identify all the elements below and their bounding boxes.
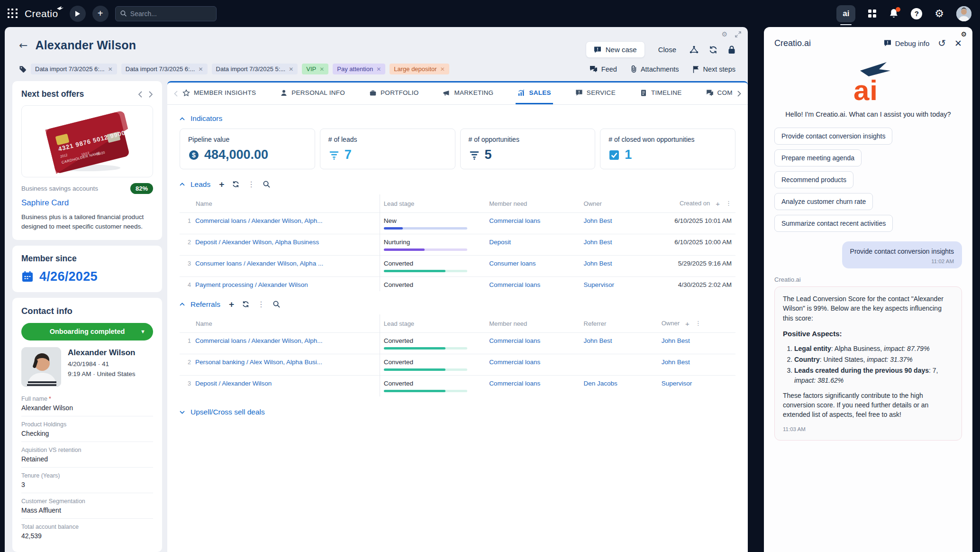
col-referrer[interactable]: Referrer — [580, 314, 658, 333]
referral-name-link[interactable]: Commercial loans / Alexander Wilson, Alp… — [195, 337, 323, 344]
tag-pill[interactable]: Large depositor✕ — [390, 64, 449, 74]
leads-search-icon[interactable] — [263, 181, 270, 188]
tag-pill[interactable]: Data import 7/3/2025 6:...✕ — [121, 64, 208, 74]
indicators-title[interactable]: Indicators — [191, 114, 222, 123]
tag-remove-icon[interactable]: ✕ — [319, 66, 324, 73]
col-owner[interactable]: Owner — [580, 194, 652, 213]
back-button[interactable]: ← — [19, 39, 27, 51]
notifications-bell-icon[interactable] — [889, 9, 898, 18]
refresh-icon[interactable] — [709, 46, 717, 54]
lead-name-link[interactable]: Commercial loans / Alexander Wilson, Alp… — [195, 217, 323, 224]
member-need-link[interactable]: Consumer loans — [489, 260, 535, 267]
offers-next-icon[interactable] — [149, 91, 153, 98]
owner-link[interactable]: John Best — [584, 260, 612, 267]
tag-remove-icon[interactable]: ✕ — [198, 66, 203, 73]
expand-icon[interactable] — [735, 31, 741, 37]
owner-link[interactable]: John Best — [584, 239, 612, 246]
offer-product-link[interactable]: Saphire Card — [21, 198, 69, 208]
run-process-button[interactable] — [70, 6, 86, 22]
search-input[interactable] — [130, 10, 211, 18]
referral-row[interactable]: 1Commercial loans / Alexander Wilson, Al… — [180, 333, 735, 354]
col-name[interactable]: Name — [180, 314, 380, 333]
copilot-suggestion-button[interactable]: Recommend products — [774, 171, 853, 188]
leads-collapse-icon[interactable] — [180, 183, 185, 186]
copilot-suggestion-button[interactable]: Provide contact conversion insights — [774, 128, 892, 145]
tag-pill[interactable]: Data import 7/3/2025 5:...✕ — [212, 64, 298, 74]
tag-pill[interactable]: VIP✕ — [302, 64, 328, 74]
creatio-logo[interactable]: Creatio — [25, 8, 63, 19]
referral-name-link[interactable]: Personal banking / Alex Wilson, Alpha Bu… — [195, 359, 322, 366]
global-search[interactable] — [115, 6, 217, 21]
referrals-collapse-icon[interactable] — [180, 303, 185, 306]
contact-field[interactable]: Tenure (Years)3 — [21, 468, 153, 493]
tab-portfolio[interactable]: PORTFOLIO — [367, 83, 420, 104]
col-member-need[interactable]: Member need — [485, 194, 580, 213]
referrals-title[interactable]: Referrals — [191, 300, 220, 309]
debug-info-button[interactable]: Debug info — [884, 39, 930, 47]
copilot-suggestion-button[interactable]: Summarize contact recent activities — [774, 215, 893, 232]
member-need-link[interactable]: Deposit — [489, 239, 511, 246]
owner-link[interactable]: Supervisor — [584, 281, 615, 288]
tag-remove-icon[interactable]: ✕ — [376, 66, 381, 73]
referrals-refresh-icon[interactable] — [242, 301, 249, 308]
process-icon[interactable] — [690, 46, 699, 54]
member-need-link[interactable]: Commercial loans — [489, 217, 540, 224]
close-copilot-icon[interactable]: ✕ — [954, 38, 962, 49]
quick-add-button[interactable]: + — [92, 6, 109, 22]
member-need-link[interactable]: Commercial loans — [489, 380, 540, 387]
grid-column-menu-icon[interactable]: ⋮ — [695, 320, 701, 328]
close-button[interactable]: Close — [655, 42, 679, 57]
leads-more-icon[interactable]: ⋮ — [247, 181, 255, 188]
lead-row[interactable]: 2Deposit / Alexander Wilson, Alpha Busin… — [180, 234, 735, 256]
referral-name-link[interactable]: Deposit / Alexander Wilson — [195, 380, 272, 387]
member-need-link[interactable]: Commercial loans — [489, 337, 540, 344]
next-steps-button[interactable]: Next steps — [692, 65, 736, 73]
tab-sales[interactable]: SALES — [516, 83, 553, 104]
copilot-toggle-button[interactable]: ai — [836, 5, 855, 22]
copilot-settings-gear-icon[interactable]: ⚙ — [961, 30, 967, 38]
referral-row[interactable]: 3Deposit / Alexander WilsonConvertedComm… — [180, 376, 735, 397]
tab-service[interactable]: SERVICE — [573, 83, 617, 104]
grid-column-menu-icon[interactable]: ⋮ — [726, 200, 732, 208]
contact-field[interactable]: Product HoldingsChecking — [21, 416, 153, 442]
col-lead-stage[interactable]: Lead stage — [380, 194, 485, 213]
indicators-collapse-icon[interactable] — [180, 117, 185, 120]
contact-field[interactable]: Total account balance42,539 — [21, 519, 153, 544]
tab-personal-info[interactable]: PERSONAL INFO — [278, 83, 347, 104]
lead-name-link[interactable]: Consumer loans / Alexander Wilson, Alpha… — [195, 260, 323, 267]
upsell-expand-icon[interactable] — [180, 411, 185, 414]
tag-pill[interactable]: Data import 7/3/2025 6:...✕ — [31, 64, 117, 74]
user-avatar[interactable] — [956, 6, 971, 21]
referrals-search-icon[interactable] — [273, 301, 280, 308]
tab-marketing[interactable]: MARKETING — [441, 83, 495, 104]
workplaces-icon[interactable] — [868, 9, 877, 18]
lock-icon[interactable] — [728, 46, 735, 54]
new-case-button[interactable]: New case — [586, 41, 645, 58]
help-icon[interactable]: ? — [911, 8, 922, 19]
attachments-button[interactable]: Attachments — [630, 65, 679, 73]
col-lead-stage[interactable]: Lead stage — [380, 314, 485, 333]
tab-timeline[interactable]: TIMELINE — [638, 83, 684, 104]
lead-row[interactable]: 3Consumer loans / Alexander Wilson, Alph… — [180, 256, 735, 277]
grid-add-column-icon[interactable]: + — [716, 200, 720, 208]
referrals-more-icon[interactable]: ⋮ — [257, 301, 265, 308]
copilot-suggestion-button[interactable]: Analyze customer churn rate — [774, 193, 873, 210]
upsell-title[interactable]: Upsell/Cross sell deals — [191, 408, 265, 416]
leads-title[interactable]: Leads — [191, 180, 210, 189]
copilot-suggestion-button[interactable]: Prepare meeting agenda — [774, 149, 862, 166]
referrals-add-icon[interactable]: + — [229, 300, 234, 309]
tab-com[interactable]: COM — [704, 83, 735, 104]
feed-button[interactable]: Feed — [590, 65, 617, 73]
col-name[interactable]: Name — [180, 194, 380, 213]
lead-row[interactable]: 4Payment processing / Alexander WilsonCo… — [180, 277, 735, 291]
member-need-link[interactable]: Commercial loans — [489, 281, 540, 288]
leads-add-icon[interactable]: + — [219, 180, 224, 189]
col-member-need[interactable]: Member need — [485, 314, 580, 333]
owner-link[interactable]: John Best — [584, 217, 612, 224]
offers-prev-icon[interactable] — [138, 91, 142, 98]
reset-chat-icon[interactable]: ↺ — [938, 37, 946, 49]
col-created-on[interactable]: Created on+⋮ — [652, 194, 735, 213]
tabs-scroll-right-icon[interactable] — [735, 83, 744, 104]
tag-remove-icon[interactable]: ✕ — [289, 66, 293, 73]
leads-refresh-icon[interactable] — [232, 181, 239, 188]
